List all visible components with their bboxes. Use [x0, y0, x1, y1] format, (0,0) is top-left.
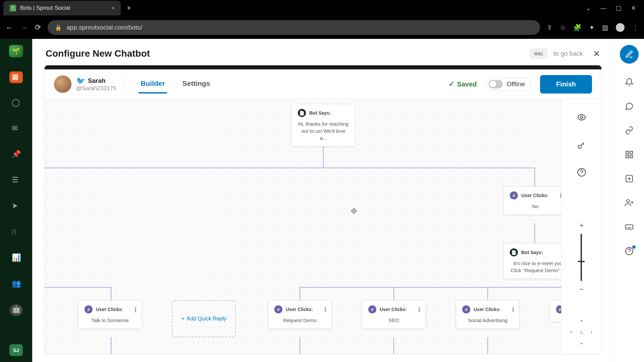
add-quick-reply-button[interactable]: + Add Quick Reply	[172, 300, 236, 337]
url-text: app.sproutsocial.com/bots/	[66, 24, 142, 31]
zoom-slider[interactable]	[581, 234, 582, 281]
window-close-icon[interactable]: ✕	[631, 4, 636, 12]
builder-toolbar: 🐦Sarah @Sarah233175 Builder Settings ✓ S…	[45, 69, 601, 99]
lock-icon: 🔒	[55, 24, 62, 31]
saved-label: Saved	[457, 80, 477, 88]
node-user-talk[interactable]: ⚡User Clicks:|| Talk to Someone	[78, 300, 142, 329]
tab-close-icon[interactable]: ×	[111, 5, 115, 12]
nav-analytics[interactable]: 📊	[9, 252, 23, 264]
notifications-icon[interactable]	[625, 78, 634, 88]
nav-send[interactable]: ➤	[9, 201, 23, 213]
esc-key-hint: esc	[530, 49, 547, 59]
pan-left-button[interactable]: ‹	[567, 327, 577, 337]
help-icon[interactable]	[577, 168, 586, 178]
back-button[interactable]: ←	[5, 23, 13, 32]
offline-toggle[interactable]	[489, 80, 503, 88]
new-tab-button[interactable]: +	[127, 4, 131, 12]
kebab-menu-icon[interactable]: ⋮	[632, 23, 639, 32]
compose-button[interactable]	[620, 45, 639, 64]
drag-handle-icon[interactable]: ||	[418, 306, 419, 312]
user-badge[interactable]: SJ	[9, 344, 23, 356]
pan-up-button[interactable]: ⌃	[577, 317, 587, 327]
user-click-icon: ⚡	[85, 305, 93, 313]
drag-handle-icon[interactable]: ||	[135, 306, 136, 312]
nav-dashboard[interactable]: ▦	[9, 71, 23, 83]
key-icon[interactable]	[577, 140, 586, 151]
star-icon[interactable]: ☆	[560, 23, 566, 32]
node-label: Bot Says:	[521, 250, 543, 255]
node-label: User Clicks:	[96, 307, 123, 312]
drag-handle-icon[interactable]: ||	[324, 306, 325, 312]
node-body: Talk to Someone	[85, 317, 136, 324]
twitter-icon: 🐦	[76, 76, 85, 85]
saved-status: ✓ Saved	[448, 80, 477, 88]
user-click-icon: ⚡	[510, 191, 518, 199]
svg-rect-5	[626, 155, 629, 158]
offline-label: Offline	[507, 80, 525, 88]
pan-home-button[interactable]: ⌂	[577, 327, 587, 337]
account-name: Sarah	[88, 77, 106, 84]
svg-rect-8	[626, 225, 633, 229]
go-back-label: to go back	[553, 50, 583, 57]
node-user-social[interactable]: ⚡User Clicks:|| Social Advertising	[456, 300, 520, 329]
drag-handle-icon[interactable]: ||	[560, 192, 561, 198]
nav-bot[interactable]: 🤖	[9, 304, 23, 316]
tab-settings[interactable]: Settings	[180, 75, 212, 94]
svg-point-1	[578, 145, 581, 148]
apps-icon[interactable]	[625, 150, 634, 160]
node-body: Request Demo	[274, 317, 325, 324]
preview-icon[interactable]	[577, 113, 586, 123]
node-bot-welcome[interactable]: 📄Bot Says: Hi, thanks for reaching out t…	[291, 104, 355, 146]
reload-button[interactable]: ⟳	[35, 23, 41, 32]
svg-rect-4	[630, 151, 633, 154]
svg-rect-3	[626, 151, 629, 154]
nav-pin[interactable]: 📌	[9, 149, 23, 161]
node-user-no[interactable]: ⚡User Clicks:|| No	[503, 186, 567, 215]
bot-icon: 📄	[298, 109, 306, 117]
nav-compass[interactable]: ◯	[9, 97, 23, 109]
offline-toggle-wrap: Offline	[486, 77, 532, 91]
add-icon[interactable]	[625, 174, 634, 184]
drag-handle-icon[interactable]: ||	[512, 306, 513, 312]
zoom-out-button[interactable]: −	[579, 285, 584, 294]
keyboard-icon[interactable]	[625, 223, 634, 233]
side-panel-icon[interactable]: ▥	[602, 23, 608, 32]
nav-people[interactable]: 👥	[9, 278, 23, 290]
forward-button[interactable]: →	[20, 23, 28, 32]
sprout-logo-icon[interactable]	[9, 45, 23, 57]
add-quick-reply-label: Add Quick Reply	[186, 316, 226, 322]
tab-title: Bots | Sprout Social	[20, 5, 107, 11]
url-input[interactable]: 🔒 app.sproutsocial.com/bots/	[48, 20, 540, 35]
node-user-demo[interactable]: ⚡User Clicks:|| Request Demo	[268, 300, 332, 329]
link-icon[interactable]	[625, 126, 634, 136]
canvas-tools: + − ⌃ ‹⌂› ⌄	[561, 99, 601, 354]
right-sidebar	[614, 39, 644, 362]
window-dropdown-icon[interactable]: ⌄	[586, 4, 591, 12]
bot-icon: 📄	[510, 248, 518, 256]
nav-audio[interactable]: ⎍	[9, 227, 23, 238]
tab-bar: Bots | Sprout Social × + ⌄ — ▢ ✕	[0, 0, 644, 16]
support-icon[interactable]	[625, 247, 634, 257]
pan-right-button[interactable]: ›	[587, 327, 597, 337]
node-user-seo[interactable]: ⚡User Clicks:|| SEO	[362, 300, 426, 329]
finish-button[interactable]: Finish	[540, 75, 592, 94]
node-body: No	[510, 203, 561, 210]
window-minimize-icon[interactable]: —	[600, 5, 606, 12]
zoom-in-button[interactable]: +	[579, 221, 584, 230]
extension-puzzle-icon[interactable]: 🧩	[573, 23, 582, 32]
close-modal-button[interactable]: ✕	[593, 49, 600, 59]
browser-tab[interactable]: Bots | Sprout Social ×	[3, 1, 121, 15]
share-icon[interactable]: ⇪	[547, 23, 552, 32]
profile-avatar-icon[interactable]	[616, 23, 625, 32]
account-avatar	[54, 75, 71, 93]
messages-icon[interactable]	[625, 102, 634, 112]
add-user-icon[interactable]	[625, 198, 634, 208]
page-header: Configure New Chatbot esc to go back ✕	[32, 39, 614, 65]
builder-canvas[interactable]: 📄Bot Says: Hi, thanks for reaching out t…	[45, 99, 601, 354]
extensions-icon[interactable]: ✦	[589, 23, 595, 32]
tab-builder[interactable]: Builder	[139, 75, 167, 94]
nav-list[interactable]: ☰	[9, 175, 23, 187]
window-maximize-icon[interactable]: ▢	[616, 4, 622, 12]
nav-inbox[interactable]: ✉	[9, 123, 23, 135]
pan-down-button[interactable]: ⌄	[577, 337, 587, 347]
